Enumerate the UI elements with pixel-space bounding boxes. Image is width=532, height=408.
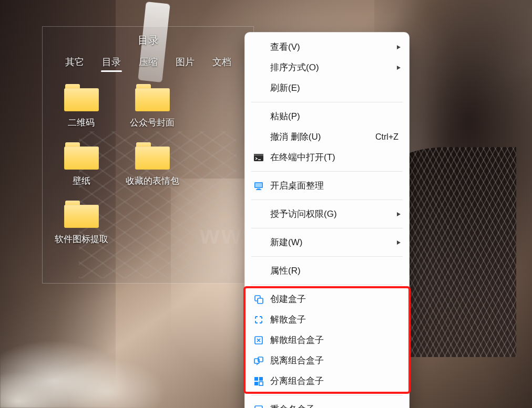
svg-rect-15 <box>255 406 262 409</box>
menu-item-label: 创建盒子 <box>270 293 306 305</box>
fence-grid: 二维码公众号封面壁纸收藏的表情包软件图标提取 <box>43 78 253 252</box>
folder-item-4[interactable]: 软件图标提取 <box>51 201 111 245</box>
menu-item-label: 粘贴(P) <box>270 110 300 122</box>
fence-title: 目录 <box>43 27 253 48</box>
menu-item-label: 解散盒子 <box>270 313 306 326</box>
menu-item-label: 解散组合盒子 <box>270 334 324 346</box>
menu-item-label: 分离组合盒子 <box>270 375 324 387</box>
menu-item-label: 属性(R) <box>270 265 301 277</box>
menu-item-disband-box[interactable]: 解散盒子 <box>245 309 409 330</box>
menu-separator <box>251 285 403 285</box>
chevron-right-icon <box>397 45 401 49</box>
menu-item-label: 在终端中打开(T) <box>270 151 335 163</box>
folder-label: 收藏的表情包 <box>126 175 179 187</box>
menu-item-label: 重命名盒子 <box>270 403 315 408</box>
chevron-right-icon <box>397 212 401 216</box>
svg-rect-14 <box>259 382 263 385</box>
disband-combo-icon <box>253 334 264 346</box>
menu-item-refresh[interactable]: 刷新(E) <box>245 78 409 98</box>
menu-item-create-box[interactable]: 创建盒子 <box>245 289 409 309</box>
fence-tab-0[interactable]: 其它 <box>65 56 84 71</box>
terminal-icon <box>253 152 264 163</box>
menu-item-label: 新建(W) <box>270 236 302 248</box>
menu-item-label: 撤消 删除(U) <box>270 131 321 143</box>
menu-item-disband-combo-box[interactable]: 解散组合盒子 <box>245 330 409 350</box>
chevron-right-icon <box>397 240 401 245</box>
menu-separator <box>251 171 403 172</box>
menu-item-grant-access[interactable]: 授予访问权限(G) <box>245 204 409 224</box>
monitor-icon <box>253 180 264 192</box>
create-box-icon <box>253 294 264 305</box>
menu-item-undo-delete[interactable]: 撤消 删除(U)Ctrl+Z <box>245 127 409 147</box>
menu-item-new[interactable]: 新建(W) <box>245 232 409 253</box>
menu-item-label: 查看(V) <box>270 41 300 53</box>
svg-rect-12 <box>259 377 263 381</box>
folder-item-3[interactable]: 收藏的表情包 <box>122 142 182 187</box>
desktop-fence[interactable]: 目录 其它目录压缩图片文档 二维码公众号封面壁纸收藏的表情包软件图标提取 <box>42 26 254 284</box>
folder-icon <box>64 142 99 170</box>
desktop-context-menu[interactable]: 查看(V)排序方式(O)刷新(E)粘贴(P)撤消 删除(U)Ctrl+Z在终端中… <box>244 32 410 408</box>
menu-item-detach-combo-box[interactable]: 脱离组合盒子 <box>245 350 409 371</box>
folder-icon <box>135 142 170 170</box>
menu-separator <box>251 256 403 257</box>
menu-item-properties[interactable]: 属性(R) <box>245 260 409 281</box>
folder-icon <box>64 84 99 111</box>
svg-rect-4 <box>257 189 260 190</box>
menu-item-label: 脱离组合盒子 <box>270 354 324 367</box>
svg-rect-5 <box>256 189 261 190</box>
svg-rect-7 <box>258 298 263 304</box>
separate-combo-icon <box>253 375 264 387</box>
menu-separator <box>251 228 403 228</box>
folder-label: 二维码 <box>68 117 95 129</box>
fence-tab-2[interactable]: 压缩 <box>139 56 158 71</box>
folder-label: 壁纸 <box>73 175 90 187</box>
menu-separator <box>251 200 403 200</box>
folder-item-2[interactable]: 壁纸 <box>51 142 111 187</box>
menu-item-open-terminal[interactable]: 在终端中打开(T) <box>245 147 409 168</box>
menu-separator <box>251 395 403 395</box>
folder-icon <box>64 201 99 228</box>
fence-tab-bar: 其它目录压缩图片文档 <box>43 48 253 78</box>
folder-item-0[interactable]: 二维码 <box>51 84 111 129</box>
svg-rect-1 <box>254 154 263 156</box>
menu-item-enable-desktop-organize[interactable]: 开启桌面整理 <box>245 175 409 196</box>
menu-item-view[interactable]: 查看(V) <box>245 37 409 57</box>
folder-item-1[interactable]: 公众号封面 <box>122 84 182 129</box>
menu-item-paste[interactable]: 粘贴(P) <box>245 106 409 127</box>
svg-rect-11 <box>254 377 258 381</box>
folder-icon <box>135 84 170 111</box>
menu-item-sort[interactable]: 排序方式(O) <box>245 57 409 78</box>
menu-item-label: 开启桌面整理 <box>270 180 324 192</box>
rename-icon <box>253 404 264 409</box>
fence-tab-4[interactable]: 文档 <box>212 56 231 71</box>
menu-item-label: 授予访问权限(G) <box>270 208 337 220</box>
svg-rect-13 <box>254 382 258 385</box>
menu-item-label: 刷新(E) <box>270 82 300 94</box>
folder-label: 公众号封面 <box>130 117 175 129</box>
fence-tab-1[interactable]: 目录 <box>102 56 121 71</box>
fence-tab-3[interactable]: 图片 <box>176 56 195 71</box>
menu-separator <box>251 102 403 102</box>
menu-item-label: 排序方式(O) <box>270 61 319 74</box>
svg-rect-3 <box>255 183 262 187</box>
disband-box-icon <box>253 314 264 326</box>
menu-item-shortcut: Ctrl+Z <box>375 132 398 142</box>
menu-item-separate-combo-box[interactable]: 分离组合盒子 <box>245 371 409 391</box>
detach-combo-icon <box>253 355 264 367</box>
chevron-right-icon <box>397 66 401 70</box>
folder-label: 软件图标提取 <box>55 233 108 245</box>
menu-item-rename-box[interactable]: 重命名盒子 <box>245 399 409 408</box>
